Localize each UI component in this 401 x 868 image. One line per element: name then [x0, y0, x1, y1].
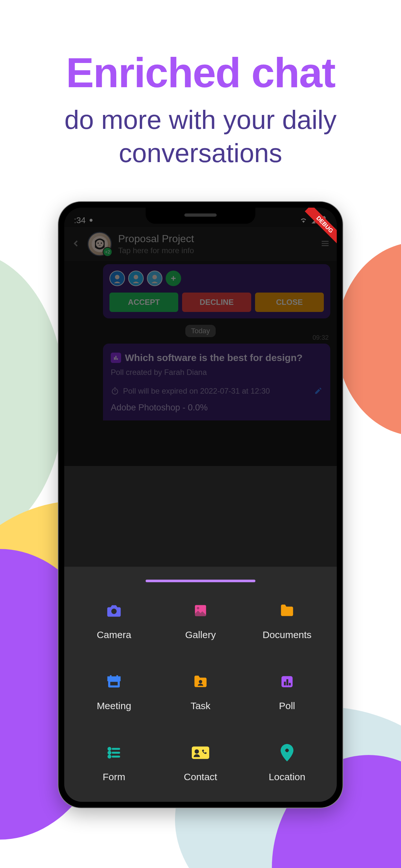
poll-creator: Poll created by Farah Diana	[111, 368, 322, 377]
pin-icon	[278, 744, 296, 762]
sheet-item-label: Gallery	[185, 629, 216, 640]
svg-point-41	[195, 749, 199, 754]
sheet-item-contact[interactable]: Contact	[160, 744, 241, 782]
sheet-item-gallery[interactable]: Gallery	[160, 601, 241, 640]
message-timestamp: 09:32	[312, 334, 329, 341]
record-icon	[88, 217, 94, 223]
sheet-item-label: Meeting	[97, 701, 131, 711]
sheet-item-location[interactable]: Location	[247, 744, 327, 782]
phone-notch	[146, 208, 255, 224]
sheet-grid: Camera Gallery Documents Meeting Task Po…	[74, 601, 327, 782]
svg-rect-33	[289, 683, 291, 686]
sheet-item-camera[interactable]: Camera	[74, 601, 154, 640]
svg-rect-25	[108, 677, 120, 680]
stopwatch-icon	[111, 386, 119, 396]
member-avatars	[110, 271, 324, 286]
accept-button[interactable]: ACCEPT	[110, 292, 178, 312]
image-icon	[191, 601, 210, 620]
svg-rect-31	[284, 682, 286, 686]
poll-icon	[111, 352, 121, 363]
folder-user-icon	[191, 673, 210, 691]
headline-title: Enriched chat	[0, 49, 401, 97]
poll-option[interactable]: Adobe Photoshop - 0.0%	[111, 403, 322, 413]
sheet-item-label: Task	[190, 701, 211, 711]
sheet-item-label: Form	[103, 771, 125, 782]
edit-icon[interactable]	[314, 386, 322, 396]
headline-subtitle: do more with your daily conversations	[0, 103, 401, 169]
svg-rect-17	[117, 359, 118, 360]
sheet-item-label: Location	[269, 771, 305, 782]
invite-actions: ACCEPT DECLINE CLOSE	[110, 292, 324, 312]
folder-icon	[278, 601, 296, 620]
sheet-item-label: Documents	[263, 629, 312, 640]
phone-screen: DEBUG :34	[64, 208, 337, 802]
close-button[interactable]: CLOSE	[255, 292, 324, 312]
svg-point-10	[115, 275, 120, 279]
poll-card: 09:32 Which software is the best for des…	[103, 344, 330, 421]
status-time: :34	[74, 215, 86, 225]
svg-point-38	[109, 755, 111, 757]
svg-point-36	[109, 752, 111, 754]
chat-avatar[interactable]: +2	[88, 232, 112, 256]
svg-point-21	[112, 609, 117, 614]
svg-point-18	[112, 389, 118, 394]
chat-header-text[interactable]: Proposal Project Tap here for more info	[118, 233, 313, 255]
chat-header: +2 Proposal Project Tap here for more in…	[64, 227, 337, 261]
attachment-sheet: Camera Gallery Documents Meeting Task Po…	[64, 567, 337, 802]
svg-point-0	[90, 219, 93, 222]
svg-point-23	[197, 607, 199, 610]
add-member-button[interactable]	[166, 271, 181, 286]
svg-point-6	[101, 243, 102, 244]
calendar-icon	[105, 673, 123, 691]
avatar-count-badge: +2	[103, 247, 112, 257]
svg-rect-26	[110, 681, 119, 686]
sheet-item-label: Poll	[279, 701, 295, 711]
list-icon	[105, 744, 123, 762]
camera-icon	[105, 601, 123, 620]
sheet-drag-handle[interactable]	[146, 580, 255, 582]
svg-point-12	[152, 275, 157, 279]
sheet-item-label: Contact	[184, 771, 217, 782]
sheet-item-meeting[interactable]: Meeting	[74, 673, 154, 711]
member-avatar[interactable]	[147, 271, 162, 286]
date-divider: Today	[71, 325, 330, 337]
promo-headline: Enriched chat do more with your daily co…	[0, 0, 401, 169]
bg-blob-green	[0, 252, 65, 542]
bg-blob-orange	[336, 242, 401, 436]
svg-rect-20	[114, 387, 116, 388]
svg-rect-15	[114, 358, 115, 360]
svg-point-34	[109, 748, 111, 750]
back-icon[interactable]	[71, 238, 81, 250]
hamburger-icon[interactable]	[320, 238, 330, 250]
svg-point-29	[199, 680, 202, 683]
sheet-item-poll[interactable]: Poll	[247, 673, 327, 711]
wifi-icon	[299, 216, 308, 224]
member-avatar[interactable]	[110, 271, 125, 286]
sheet-item-label: Camera	[97, 629, 131, 640]
chat-title: Proposal Project	[118, 233, 313, 245]
contact-icon	[191, 744, 210, 762]
chat-body: ACCEPT DECLINE CLOSE Today 09:32 Which s…	[64, 261, 337, 424]
chat-subtitle: Tap here for more info	[118, 246, 313, 255]
poll-icon	[278, 673, 296, 691]
svg-point-4	[96, 240, 104, 248]
svg-point-11	[134, 275, 138, 279]
sheet-item-form[interactable]: Form	[74, 744, 154, 782]
decline-button[interactable]: DECLINE	[182, 292, 251, 312]
member-avatar[interactable]	[128, 271, 144, 286]
poll-expiry: Poll will be expired on 2022-07-31 at 12…	[123, 386, 310, 396]
svg-rect-32	[286, 679, 288, 685]
phone-frame: DEBUG :34	[58, 202, 343, 808]
invite-card: ACCEPT DECLINE CLOSE	[103, 264, 330, 318]
svg-point-5	[97, 243, 99, 244]
poll-question: Which software is the best for design?	[125, 351, 303, 364]
sheet-item-task[interactable]: Task	[160, 673, 241, 711]
svg-rect-16	[116, 356, 117, 360]
date-badge: Today	[185, 325, 216, 337]
sheet-item-documents[interactable]: Documents	[247, 601, 327, 640]
